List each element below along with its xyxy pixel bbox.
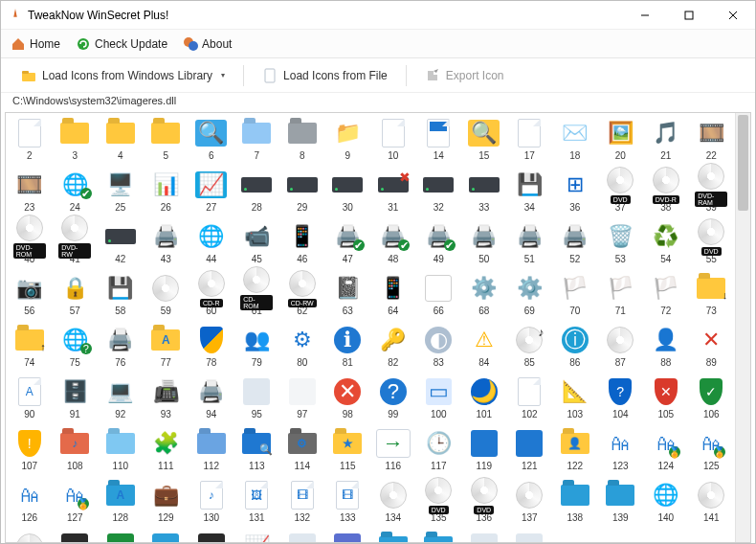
icon-cell-44[interactable]: 🌐 44 [189, 220, 233, 270]
icon-cell-70[interactable]: 🏳️ 70 [553, 272, 597, 322]
icon-cell-52[interactable]: 🖨️ 52 [553, 220, 597, 270]
icon-cell-83[interactable]: ◐ 83 [417, 324, 461, 374]
icon-cell-78[interactable]: 78 [189, 324, 233, 374]
icon-cell-132[interactable]: 🎞 132 [280, 479, 324, 529]
icon-cell-46[interactable]: 📱 46 [280, 220, 324, 270]
icon-cell-130[interactable]: ♪ 130 [189, 479, 233, 529]
icon-cell-42[interactable]: 42 [99, 220, 143, 270]
icon-cell-137[interactable]: 137 [508, 479, 552, 529]
icon-cell-21[interactable]: 🎵 21 [644, 117, 688, 167]
load-from-library-button[interactable]: Load Icons from Windows Library [12, 63, 233, 88]
icon-cell-143[interactable]: 143 [54, 531, 98, 542]
icon-cell-62[interactable]: CD-RW 62 [280, 272, 324, 322]
icon-cell-79[interactable]: 👥 79 [235, 324, 279, 374]
icon-cell-88[interactable]: 👤 88 [644, 324, 688, 374]
icon-cell-90[interactable]: A 90 [8, 375, 52, 425]
icon-cell-81[interactable]: ℹ 81 [326, 324, 370, 374]
icon-cell-125[interactable]: 🗛🏅 125 [690, 427, 734, 477]
icon-cell-10[interactable]: 10 [371, 117, 415, 167]
icon-cell-128[interactable]: A 128 [99, 479, 143, 529]
icon-cell-29[interactable]: 29 [280, 169, 324, 218]
icon-cell-56[interactable]: 📷 56 [8, 272, 52, 322]
export-icon-button[interactable]: Export Icon [416, 63, 513, 88]
icon-cell-51[interactable]: 🖨️ 51 [508, 220, 552, 270]
icon-cell-73[interactable]: ↓ 73 [690, 272, 734, 322]
icon-cell-31[interactable]: ✖ 31 [371, 169, 415, 218]
icon-cell-93[interactable]: 📠 93 [145, 375, 189, 425]
icon-cell-28[interactable]: 28 [235, 169, 279, 218]
icon-cell-60[interactable]: CD-R 60 [189, 272, 233, 322]
icon-cell-141[interactable]: 141 [690, 479, 734, 529]
icon-cell-30[interactable]: 30 [326, 169, 370, 218]
icon-cell-23[interactable]: 🎞️ 23 [8, 169, 52, 218]
icon-cell-15[interactable]: 🔍 15 [462, 117, 506, 167]
icon-cell-57[interactable]: 🔒 57 [54, 272, 98, 322]
icon-cell-89[interactable]: ✕ 89 [690, 324, 734, 374]
vertical-scrollbar[interactable] [735, 113, 750, 542]
icon-cell-14[interactable]: 14 [417, 117, 461, 167]
icon-cell-43[interactable]: 🖨️ 43 [145, 220, 189, 270]
icon-cell-69[interactable]: ⚙️ 69 [508, 272, 552, 322]
icon-cell-134[interactable]: 134 [371, 479, 415, 529]
scrollbar-thumb[interactable] [738, 115, 748, 211]
icon-cell-59[interactable]: 59 [145, 272, 189, 322]
icon-cell-85[interactable]: ♪ 85 [508, 324, 552, 374]
icon-cell-32[interactable]: 32 [417, 169, 461, 218]
menu-home[interactable]: Home [11, 36, 60, 52]
icon-cell-18[interactable]: ✉️ 18 [553, 117, 597, 167]
icon-cell-87[interactable]: 87 [599, 324, 643, 374]
icon-cell-41[interactable]: DVD-RW 41 [54, 220, 98, 270]
icon-cell-2[interactable]: 2 [8, 117, 52, 167]
icon-cell-50[interactable]: 🖨️ 50 [462, 220, 506, 270]
icon-cell-6[interactable]: 🔍 6 [189, 117, 233, 167]
icon-cell-142[interactable]: 142 [8, 531, 52, 542]
icon-cell-76[interactable]: 🖨️ 76 [99, 324, 143, 374]
icon-cell-20[interactable]: 🖼️ 20 [599, 117, 643, 167]
icon-cell-53[interactable]: 🗑️ 53 [599, 220, 643, 270]
icon-cell-25[interactable]: 🖥️ 25 [99, 169, 143, 218]
icon-cell-5[interactable]: 5 [145, 117, 189, 167]
icon-cell-68[interactable]: ⚙️ 68 [462, 272, 506, 322]
minimize-button[interactable] [623, 1, 667, 30]
load-from-file-button[interactable]: Load Icons from File [254, 63, 396, 88]
icon-cell-9[interactable]: 📁 9 [326, 117, 370, 167]
menu-about[interactable]: About [183, 36, 232, 52]
icon-cell-144[interactable]: 144 [99, 531, 143, 542]
icon-cell-40[interactable]: DVD-ROM 40 [8, 220, 52, 270]
icon-cell-108[interactable]: ♪ 108 [54, 427, 98, 477]
icon-cell-111[interactable]: 🧩 111 [145, 427, 189, 477]
icon-cell-136[interactable]: DVD 136 [462, 479, 506, 529]
icon-cell-153[interactable]: 153 [508, 531, 552, 542]
icon-cell-115[interactable]: ★ 115 [326, 427, 370, 477]
icon-cell-74[interactable]: ↑ 74 [8, 324, 52, 374]
icon-cell-64[interactable]: 📱 64 [371, 272, 415, 322]
icon-cell-127[interactable]: 🗛🏅 127 [54, 479, 98, 529]
icon-cell-91[interactable]: 🗄️ 91 [54, 375, 98, 425]
icon-cell-151[interactable]: 151 [417, 531, 461, 542]
icon-cell-123[interactable]: 🗛 123 [599, 427, 643, 477]
icon-cell-36[interactable]: ⊞ 36 [553, 169, 597, 218]
icon-cell-99[interactable]: ? 99 [371, 375, 415, 425]
icon-cell-4[interactable]: 4 [99, 117, 143, 167]
icon-cell-112[interactable]: 112 [189, 427, 233, 477]
icon-cell-146[interactable]: 146 [189, 531, 233, 542]
icon-cell-84[interactable]: ⚠ 84 [462, 324, 506, 374]
icon-cell-145[interactable]: 145 [145, 531, 189, 542]
icon-cell-119[interactable]: 119 [462, 427, 506, 477]
icon-cell-124[interactable]: 🗛🏅 124 [644, 427, 688, 477]
icon-cell-80[interactable]: ⚙ 80 [280, 324, 324, 374]
icon-cell-92[interactable]: 💻 92 [99, 375, 143, 425]
icon-cell-126[interactable]: 🗛 126 [8, 479, 52, 529]
icon-cell-113[interactable]: 🔍 113 [235, 427, 279, 477]
close-button[interactable] [711, 1, 755, 30]
icon-cell-37[interactable]: DVD 37 [599, 169, 643, 218]
icon-cell-106[interactable]: ✓ 106 [690, 375, 734, 425]
icon-cell-101[interactable]: 🌙 101 [462, 375, 506, 425]
icon-cell-82[interactable]: 🔑 82 [371, 324, 415, 374]
icon-cell-39[interactable]: DVD-RAM 39 [690, 169, 734, 218]
icon-cell-94[interactable]: 🖨️ 94 [189, 375, 233, 425]
icon-cell-7[interactable]: 7 [235, 117, 279, 167]
icon-cell-129[interactable]: 💼 129 [145, 479, 189, 529]
icon-cell-33[interactable]: 33 [462, 169, 506, 218]
icon-cell-38[interactable]: DVD-R 38 [644, 169, 688, 218]
